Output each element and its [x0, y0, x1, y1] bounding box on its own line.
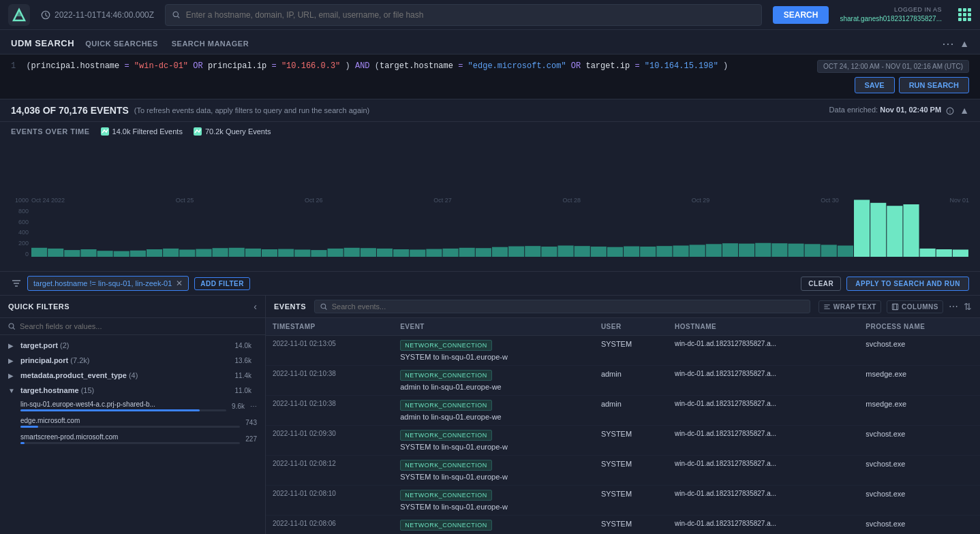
bar[interactable] — [114, 251, 129, 257]
bar[interactable] — [48, 249, 63, 257]
qf-subitem-linsqu[interactable]: lin-squ-01.europe-west4-a.c.prj-p-shared… — [0, 398, 265, 414]
bar[interactable] — [805, 244, 821, 257]
columns-btn[interactable]: COLUMNS — [887, 300, 943, 313]
bar[interactable] — [476, 248, 491, 257]
events-search-bar[interactable] — [314, 300, 810, 313]
bar[interactable] — [722, 243, 738, 257]
bar[interactable] — [541, 247, 557, 257]
events-more-btn[interactable]: ⋯ — [949, 302, 958, 311]
clear-filters-btn[interactable]: CLEAR — [801, 277, 841, 291]
bar[interactable] — [163, 249, 179, 257]
bar[interactable] — [887, 206, 902, 257]
bar[interactable] — [607, 247, 623, 257]
bar[interactable] — [870, 203, 886, 257]
bar[interactable] — [624, 247, 639, 257]
bar[interactable] — [673, 246, 688, 257]
bar[interactable] — [377, 249, 393, 257]
bar[interactable] — [443, 249, 459, 257]
bar[interactable] — [393, 249, 409, 257]
bar[interactable] — [508, 247, 524, 257]
save-query-btn[interactable]: SAVE — [855, 77, 895, 93]
qf-subitem-smartscreen[interactable]: smartscreen-prod.microsoft.com 227 — [0, 430, 265, 447]
bar[interactable] — [64, 250, 80, 257]
bar[interactable] — [196, 249, 211, 257]
bar[interactable] — [739, 244, 754, 257]
bar[interactable] — [410, 249, 425, 257]
bar[interactable] — [821, 245, 837, 257]
add-filter-btn[interactable]: ADD FILTER — [194, 277, 250, 290]
events-search-input[interactable] — [332, 302, 804, 311]
bar[interactable] — [656, 246, 672, 257]
global-search-input[interactable] — [186, 10, 754, 20]
bar[interactable] — [147, 249, 162, 257]
bar[interactable] — [245, 249, 261, 257]
bar[interactable] — [591, 247, 607, 257]
quick-searches-btn[interactable]: QUICK SEARCHES — [82, 38, 161, 49]
bar[interactable] — [690, 245, 705, 257]
bar[interactable] — [854, 200, 870, 257]
wrap-text-btn[interactable]: WRAP TEXT — [818, 300, 881, 313]
bar[interactable] — [788, 244, 803, 257]
bar[interactable] — [328, 249, 343, 257]
bar[interactable] — [130, 251, 146, 257]
bar[interactable] — [459, 248, 475, 257]
bar[interactable] — [229, 248, 245, 257]
bar[interactable] — [278, 249, 294, 257]
active-filter-tag[interactable]: target.hostname != lin-squ-01, lin-zeek-… — [27, 276, 189, 291]
bar[interactable] — [953, 249, 968, 257]
app-grid-icon[interactable] — [958, 8, 972, 21]
bar[interactable] — [361, 248, 376, 257]
bar[interactable] — [903, 204, 919, 257]
bar[interactable] — [213, 248, 228, 257]
qf-field-principal-port[interactable]: ▶ principal.port (7.2k) 13.6k — [0, 353, 265, 368]
quick-filters-search[interactable] — [0, 318, 265, 335]
search-manager-btn[interactable]: SEARCH MANAGER — [169, 38, 251, 49]
bar[interactable] — [344, 248, 360, 257]
bar[interactable] — [311, 250, 326, 257]
global-search-button[interactable]: SEARCH — [773, 6, 829, 24]
bar[interactable] — [31, 248, 47, 257]
query-code-display[interactable]: 1 (principal.hostname = "win-dc-01" OR p… — [11, 60, 812, 93]
table-row[interactable]: 2022-11-01 02:08:10 NETWORK_CONNECTION S… — [266, 486, 980, 516]
qf-field-target-hostname[interactable]: ▼ target.hostname (15) 11.0k — [0, 383, 265, 398]
qf-field-metadata-event-type[interactable]: ▶ metadata.product_event_type (4) 11.4k — [0, 368, 265, 383]
filter-icon[interactable] — [11, 278, 22, 289]
bar[interactable] — [936, 249, 952, 257]
run-search-btn[interactable]: RUN SEARCH — [899, 77, 969, 93]
bar[interactable] — [492, 247, 508, 257]
quick-filters-collapse-btn[interactable]: ‹ — [254, 301, 257, 312]
bar[interactable] — [838, 246, 853, 257]
table-row[interactable]: 2022-11-01 02:08:12 NETWORK_CONNECTION S… — [266, 456, 980, 486]
bar[interactable] — [706, 244, 722, 257]
table-row[interactable]: 2022-11-01 02:10:38 NETWORK_CONNECTION a… — [266, 366, 980, 396]
bar[interactable] — [920, 249, 936, 257]
bar[interactable] — [755, 243, 771, 257]
table-row[interactable]: 2022-11-01 02:13:05 NETWORK_CONNECTION S… — [266, 336, 980, 366]
bar[interactable] — [426, 249, 442, 257]
qf-subitem-edge[interactable]: edge.microsoft.com 743 — [0, 414, 265, 430]
bar[interactable] — [640, 247, 656, 257]
apply-to-search-btn[interactable]: APPLY TO SEARCH AND RUN — [846, 277, 969, 291]
events-header-collapse-btn[interactable]: ▲ — [960, 105, 969, 116]
bar[interactable] — [262, 249, 277, 257]
table-row[interactable]: 2022-11-01 02:10:38 NETWORK_CONNECTION a… — [266, 396, 980, 426]
events-tab[interactable]: EVENTS — [274, 302, 306, 311]
bar[interactable] — [97, 251, 113, 257]
events-expand-btn[interactable]: ⇅ — [964, 302, 972, 311]
bar[interactable] — [179, 249, 195, 257]
bar[interactable] — [557, 246, 573, 257]
quick-filters-search-input[interactable] — [20, 322, 257, 330]
bar[interactable] — [771, 243, 787, 257]
global-search-bar[interactable] — [165, 4, 762, 26]
table-row[interactable]: 2022-11-01 02:09:30 NETWORK_CONNECTION S… — [266, 426, 980, 456]
bar[interactable] — [525, 246, 540, 257]
udm-collapse-btn[interactable]: ▲ — [960, 37, 969, 50]
udm-more-options-btn[interactable]: ⋯ — [942, 37, 954, 50]
bar[interactable] — [575, 246, 590, 257]
qf-field-target-port[interactable]: ▶ target.port (2) 14.0k — [0, 338, 265, 353]
filter-remove-btn[interactable]: ✕ — [176, 279, 183, 288]
table-row[interactable]: 2022-11-01 02:08:06 NETWORK_CONNECTION S… — [266, 516, 980, 535]
qf-subitem-action-btn[interactable]: ⋯ — [250, 403, 257, 410]
bar[interactable] — [294, 249, 310, 257]
bar[interactable] — [80, 249, 96, 257]
